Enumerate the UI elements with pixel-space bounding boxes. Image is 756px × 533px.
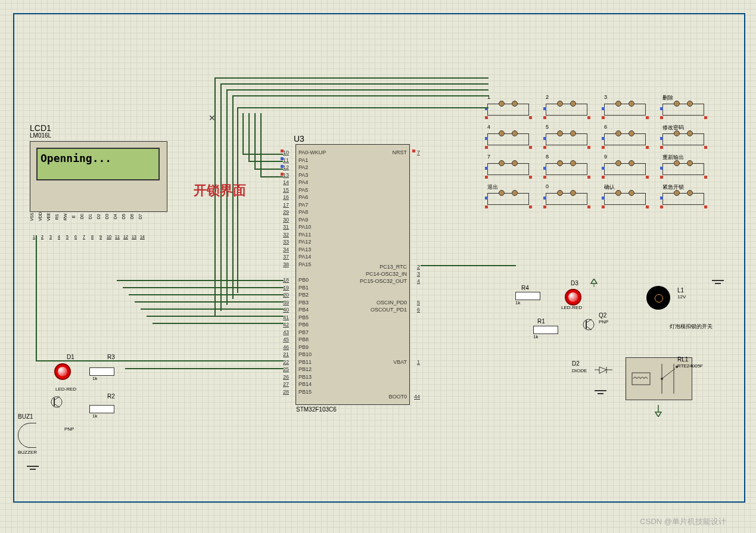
pinnum-pa1: 11 <box>283 157 289 163</box>
keypad-key-8[interactable]: 8 <box>541 155 592 179</box>
key-label: 5 <box>546 124 549 130</box>
wire <box>254 169 283 170</box>
diode-d2[interactable] <box>595 366 612 375</box>
transistor-q1[interactable] <box>51 393 63 411</box>
wire <box>135 301 284 303</box>
keypad-key-删除[interactable]: 删除 <box>658 95 708 119</box>
keypad-key-紧急开锁[interactable]: 紧急开锁 <box>658 185 708 208</box>
push-button-icon <box>546 163 587 175</box>
lcd-pin-label: E <box>71 211 76 223</box>
pin-pb10: PB10 <box>298 351 312 357</box>
lamp-component[interactable] <box>646 286 670 310</box>
pin-pa0: PA0-WKUP <box>298 149 326 155</box>
resistor-r4[interactable] <box>515 292 540 300</box>
keypad-key-重新输出[interactable]: 重新输出 <box>658 155 708 179</box>
pinnum-pb3: 39 <box>283 300 289 306</box>
resistor-r2[interactable] <box>89 405 114 413</box>
lcd-pin-num: 5 <box>63 235 71 239</box>
pin-vbat: VBAT <box>393 359 407 365</box>
wire <box>260 113 262 177</box>
lcd-pin-num: 13 <box>130 235 138 239</box>
l1-ref: L1 <box>677 287 684 294</box>
d1-ref: D1 <box>67 354 74 360</box>
keypad-key-确认[interactable]: 确认 <box>599 185 650 208</box>
lcd-pin-label: VDD <box>38 211 42 223</box>
resistor-r1[interactable] <box>533 326 558 334</box>
wire <box>214 77 489 79</box>
push-button-icon <box>604 133 646 145</box>
push-button-icon <box>546 193 587 205</box>
wire <box>117 280 284 281</box>
keypad-key-1[interactable]: 1 <box>483 95 533 119</box>
keypad-key-9[interactable]: 9 <box>599 155 650 179</box>
pinnum-pa10: 31 <box>283 224 289 230</box>
pin-pa2: PA2 <box>298 164 308 170</box>
keypad-key-4[interactable]: 4 <box>483 125 533 149</box>
q2-part: PNP <box>599 319 608 325</box>
pinnum-osc1: 6 <box>417 307 420 313</box>
pinnum-pa12: 33 <box>283 239 289 245</box>
pin-pc1: PC14-OSC32_IN <box>366 271 407 277</box>
pinnum-pb0: 18 <box>283 277 289 283</box>
resistor-r3[interactable] <box>89 367 114 376</box>
pinnum-pa13: 34 <box>283 247 289 253</box>
pinnum-pa8: 29 <box>283 209 289 215</box>
keypad-key-5[interactable]: 5 <box>541 125 592 149</box>
pin-pa13: PA13 <box>298 247 311 253</box>
led-d3[interactable] <box>565 289 581 306</box>
lcd-screen: Openning... <box>36 148 160 180</box>
d3-part: LED-RED <box>561 305 582 310</box>
lcd-pin-label: RW <box>63 211 67 223</box>
lcd-pin-label: D5 <box>122 211 126 223</box>
l1-val: 12V <box>677 294 686 300</box>
wire <box>260 176 283 177</box>
keypad-key-退出[interactable]: 退出 <box>483 185 533 208</box>
pin-pb0: PB0 <box>298 277 309 283</box>
keypad-key-2[interactable]: 2 <box>541 95 592 119</box>
wire <box>220 83 489 85</box>
mcu-chip[interactable]: U3 STM32F103C6 NRST 7 PA0-WKUP10PA111PA2… <box>295 144 410 405</box>
lcd-pin-num: 8 <box>88 235 97 239</box>
pinnum-pc0: 2 <box>417 264 420 270</box>
pin-pb7: PB7 <box>298 329 309 335</box>
wire <box>242 113 244 155</box>
power-arrow-icon <box>588 279 600 287</box>
keypad-key-6[interactable]: 6 <box>599 125 650 149</box>
r4-val: 1k <box>515 300 520 306</box>
pin-pb15: PB15 <box>298 389 312 395</box>
pinnum-pb10: 21 <box>283 351 289 357</box>
led-d1[interactable] <box>54 363 71 380</box>
lcd-pin-num: 9 <box>97 235 105 239</box>
schematic-canvas[interactable]: LCD1 LM016L Openning... VSS1VDD2VEE3RS4R… <box>0 0 756 533</box>
pinnum-pb13: 26 <box>283 374 289 380</box>
keypad-key-7[interactable]: 7 <box>483 155 533 179</box>
pin-pc0: PC13_RTC <box>379 264 407 270</box>
push-button-icon <box>546 133 587 145</box>
pin-marker <box>281 157 284 160</box>
key-label: 6 <box>604 124 607 130</box>
svg-marker-8 <box>599 367 606 373</box>
push-button-icon <box>487 193 529 205</box>
key-label: 8 <box>546 154 549 160</box>
pin-pa9: PA9 <box>298 217 308 223</box>
lcd-pin-label: RS <box>55 211 59 223</box>
key-label: 退出 <box>487 183 498 191</box>
r3-ref: R3 <box>107 354 115 360</box>
lcd-pin-label: D1 <box>88 211 92 223</box>
keypad-key-3[interactable]: 3 <box>599 95 650 119</box>
pin-pb13: PB13 <box>298 374 312 380</box>
lcd-component[interactable]: Openning... <box>30 141 167 212</box>
pin-pb12: PB12 <box>298 366 312 372</box>
key-label: 3 <box>604 94 607 100</box>
keypad-key-0[interactable]: 0 <box>541 185 592 208</box>
pinnum-pb2: 20 <box>283 292 289 298</box>
pinnum-pa7: 17 <box>283 202 289 208</box>
keypad-key-修改密码[interactable]: 修改密码 <box>658 125 708 149</box>
lcd-pin-label: VEE <box>46 211 51 223</box>
lcd-pin-num: 3 <box>46 235 55 239</box>
gnd-icon <box>27 466 39 475</box>
transistor-q2[interactable] <box>583 316 595 333</box>
pinnum-pb1: 19 <box>283 285 289 291</box>
pinnum-pb9: 46 <box>283 344 289 350</box>
pin-pb8: PB8 <box>298 336 309 342</box>
